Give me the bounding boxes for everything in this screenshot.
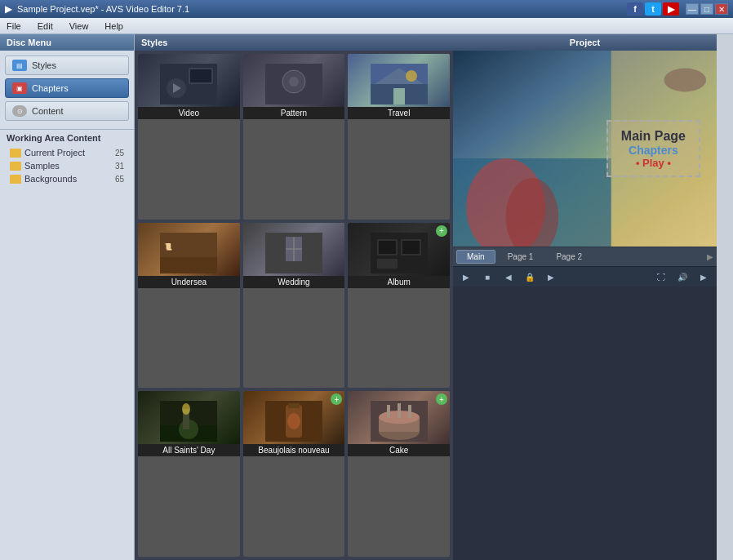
style-item-allsaints[interactable]: All Saints' Day (138, 391, 240, 557)
tab-page2[interactable]: Page 2 (545, 250, 593, 264)
style-item-beaujolais[interactable]: + Beaujolais nouveau (243, 391, 345, 557)
style-label-undersea: Undersea (138, 276, 240, 288)
style-item-pattern[interactable]: Pattern (243, 54, 345, 220)
minimize-button[interactable]: — (686, 3, 699, 15)
styles-button[interactable]: ▤ Styles (5, 56, 129, 75)
styles-panel: Styles Video (135, 34, 453, 560)
menubar: File Edit View Help (0, 18, 733, 34)
next-button[interactable]: ▶ (543, 270, 559, 283)
tab-page1[interactable]: Page 1 (497, 250, 544, 264)
svg-rect-41 (398, 403, 401, 418)
chapters-label: Chapters (32, 83, 69, 93)
styles-header: Styles (135, 34, 453, 51)
svg-text:📜: 📜 (164, 242, 172, 251)
style-thumb-album (348, 223, 450, 276)
style-item-wedding[interactable]: Wedding (243, 223, 345, 389)
titlebar-controls: — □ ✕ (686, 3, 728, 15)
twitter-icon[interactable]: t (645, 2, 661, 16)
tabs-arrow[interactable]: ▶ (707, 252, 713, 261)
style-thumb-allsaints (138, 391, 240, 444)
lock-button[interactable]: 🔒 (522, 270, 538, 283)
folder-icon-samples (10, 162, 21, 171)
left-panel: Disc Menu ▤ Styles ▣ Chapters ⊙ Content … (0, 34, 135, 560)
project-header: Project (453, 34, 717, 51)
preview-background: Main Page Chapters • Play • (453, 51, 717, 247)
svg-rect-34 (288, 403, 300, 408)
working-area-header: Working Area Content (0, 129, 134, 146)
style-label-album: Album (348, 276, 450, 288)
working-item-current-project[interactable]: Current Project 25 (7, 146, 127, 159)
play-button[interactable]: ▶ (458, 270, 474, 283)
svg-rect-14 (160, 257, 217, 273)
app-title: Sample Project.vep* - AVS Video Editor 7… (17, 4, 189, 14)
svg-point-7 (289, 77, 299, 87)
style-item-video[interactable]: Video (138, 54, 240, 220)
tab-main[interactable]: Main (456, 250, 495, 264)
svg-rect-42 (408, 405, 411, 418)
facebook-icon[interactable]: f (627, 2, 643, 16)
working-item-label-backgrounds: Backgrounds (24, 174, 77, 184)
styles-grid[interactable]: Video Pattern (135, 51, 453, 560)
volume-button[interactable]: 🔊 (674, 270, 691, 283)
style-thumb-video (138, 54, 240, 107)
titlebar-left: ▶ Sample Project.vep* - AVS Video Editor… (5, 3, 189, 15)
style-thumb-beaujolais (243, 391, 345, 444)
svg-rect-23 (379, 241, 396, 254)
working-item-count-backgrounds: 65 (115, 175, 124, 184)
svg-rect-26 (377, 259, 398, 269)
main-layout: Disc Menu ▤ Styles ▣ Chapters ⊙ Content … (0, 34, 733, 560)
working-item-backgrounds[interactable]: Backgrounds 65 (7, 172, 127, 185)
style-label-travel: Travel (348, 107, 450, 119)
working-item-label-samples: Samples (24, 161, 60, 171)
maximize-button[interactable]: □ (700, 3, 713, 15)
menu-file[interactable]: File (3, 20, 24, 33)
social-icons: f t ▶ (627, 2, 679, 16)
menu-view[interactable]: View (66, 20, 92, 33)
menu-box: Main Page Chapters • Play • (606, 120, 700, 177)
style-label-allsaints: All Saints' Day (138, 444, 240, 456)
styles-icon: ▤ (12, 60, 27, 71)
album-add-icon[interactable]: + (436, 225, 447, 237)
content-icon: ⊙ (12, 105, 27, 117)
style-label-wedding: Wedding (243, 276, 345, 288)
menu-edit[interactable]: Edit (34, 20, 56, 33)
working-item-label: Current Project (24, 148, 85, 158)
style-item-album[interactable]: + Album (348, 223, 450, 389)
working-area-list: Current Project 25 Samples 31 Background… (0, 146, 134, 185)
right-panel: Project (453, 34, 717, 560)
menu-title: Main Page (621, 128, 686, 144)
stop-button[interactable]: ■ (479, 270, 495, 283)
style-label-video: Video (138, 107, 240, 119)
prev-button[interactable]: ◀ (500, 270, 517, 283)
menu-help[interactable]: Help (101, 20, 127, 33)
playback-tabs: Main Page 1 Page 2 ▶ (453, 247, 717, 266)
youtube-icon[interactable]: ▶ (663, 2, 679, 16)
style-label-cake: Cake (348, 444, 450, 456)
content-label: Content (32, 106, 64, 116)
svg-point-35 (287, 413, 300, 429)
style-item-travel[interactable]: Travel (348, 54, 450, 220)
more-button[interactable]: ▶ (695, 270, 712, 283)
preview-overlay: Main Page Chapters • Play • (453, 51, 717, 247)
style-label-pattern: Pattern (243, 107, 345, 119)
working-item-samples[interactable]: Samples 31 (7, 159, 127, 172)
style-thumb-pattern (243, 54, 345, 107)
disc-menu-buttons: ▤ Styles ▣ Chapters ⊙ Content (0, 51, 134, 126)
style-thumb-undersea: 📜 (138, 223, 240, 276)
fullscreen-button[interactable]: ⛶ (653, 270, 669, 283)
content-button[interactable]: ⊙ Content (5, 101, 129, 121)
chapters-button[interactable]: ▣ Chapters (5, 78, 129, 98)
svg-rect-25 (402, 241, 420, 254)
menu-chapters: Chapters (621, 144, 686, 157)
app-icon: ▶ (5, 3, 12, 15)
style-thumb-wedding (243, 223, 345, 276)
folder-icon-backgrounds (10, 175, 21, 184)
svg-rect-4 (190, 69, 211, 82)
titlebar: ▶ Sample Project.vep* - AVS Video Editor… (0, 0, 733, 18)
style-item-cake[interactable]: + Cake (348, 391, 450, 557)
style-label-beaujolais: Beaujolais nouveau (243, 444, 345, 456)
svg-rect-11 (393, 88, 405, 104)
close-button[interactable]: ✕ (715, 3, 728, 15)
style-item-undersea[interactable]: 📜 Undersea (138, 223, 240, 389)
chapters-icon: ▣ (12, 82, 27, 94)
